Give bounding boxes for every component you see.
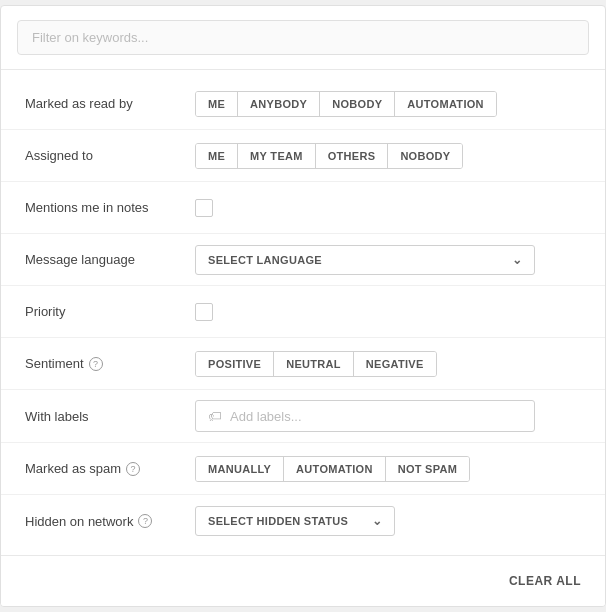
toggle-not-spam[interactable]: NOT SPAM	[386, 457, 470, 481]
sentiment-control: POSITIVE NEUTRAL NEGATIVE	[195, 351, 581, 377]
language-select[interactable]: SELECT LANGUAGE ⌄	[195, 245, 535, 275]
toggle-me[interactable]: ME	[196, 92, 238, 116]
with-labels-control: 🏷 Add labels...	[195, 400, 581, 432]
message-language-label: Message language	[25, 252, 195, 267]
hidden-help-icon[interactable]: ?	[138, 514, 152, 528]
tag-icon: 🏷	[208, 408, 222, 424]
assigned-to-row: Assigned to ME MY TEAM OTHERS NOBODY	[1, 130, 605, 182]
priority-label: Priority	[25, 304, 195, 319]
marked-as-read-toggle-group: ME ANYBODY NOBODY AUTOMATION	[195, 91, 497, 117]
mentions-me-checkbox[interactable]	[195, 199, 213, 217]
filter-rows: Marked as read by ME ANYBODY NOBODY AUTO…	[1, 70, 605, 555]
marked-as-spam-control: MANUALLY AUTOMATION NOT SPAM	[195, 456, 581, 482]
chevron-down-icon: ⌄	[372, 514, 382, 528]
chevron-down-icon: ⌄	[512, 253, 522, 267]
filter-header	[1, 6, 605, 70]
toggle-others[interactable]: OTHERS	[316, 144, 389, 168]
marked-as-read-row: Marked as read by ME ANYBODY NOBODY AUTO…	[1, 78, 605, 130]
toggle-positive[interactable]: POSITIVE	[196, 352, 274, 376]
message-language-row: Message language SELECT LANGUAGE ⌄	[1, 234, 605, 286]
panel-footer: CLEAR ALL	[1, 555, 605, 606]
sentiment-help-icon[interactable]: ?	[89, 357, 103, 371]
toggle-nobody-assign[interactable]: NOBODY	[388, 144, 462, 168]
hidden-status-select[interactable]: SELECT HIDDEN STATUS ⌄	[195, 506, 395, 536]
marked-as-read-control: ME ANYBODY NOBODY AUTOMATION	[195, 91, 581, 117]
toggle-my-team[interactable]: MY TEAM	[238, 144, 316, 168]
spam-help-icon[interactable]: ?	[126, 462, 140, 476]
mentions-me-label: Mentions me in notes	[25, 200, 195, 215]
marked-as-spam-row: Marked as spam ? MANUALLY AUTOMATION NOT…	[1, 443, 605, 495]
priority-row: Priority	[1, 286, 605, 338]
assigned-to-toggle-group: ME MY TEAM OTHERS NOBODY	[195, 143, 463, 169]
priority-checkbox[interactable]	[195, 303, 213, 321]
toggle-nobody[interactable]: NOBODY	[320, 92, 395, 116]
filter-panel: Marked as read by ME ANYBODY NOBODY AUTO…	[0, 5, 606, 607]
labels-input-area[interactable]: 🏷 Add labels...	[195, 400, 535, 432]
labels-placeholder: Add labels...	[230, 409, 302, 424]
marked-as-spam-label: Marked as spam ?	[25, 461, 195, 476]
with-labels-row: With labels 🏷 Add labels...	[1, 390, 605, 443]
toggle-manually[interactable]: MANUALLY	[196, 457, 284, 481]
sentiment-toggle-group: POSITIVE NEUTRAL NEGATIVE	[195, 351, 437, 377]
toggle-me-assign[interactable]: ME	[196, 144, 238, 168]
spam-toggle-group: MANUALLY AUTOMATION NOT SPAM	[195, 456, 470, 482]
sentiment-row: Sentiment ? POSITIVE NEUTRAL NEGATIVE	[1, 338, 605, 390]
keyword-filter-input[interactable]	[17, 20, 589, 55]
priority-control	[195, 303, 581, 321]
toggle-neutral[interactable]: NEUTRAL	[274, 352, 354, 376]
toggle-automation-spam[interactable]: AUTOMATION	[284, 457, 386, 481]
hidden-on-network-label: Hidden on network ?	[25, 514, 195, 529]
hidden-on-network-row: Hidden on network ? SELECT HIDDEN STATUS…	[1, 495, 605, 547]
message-language-control: SELECT LANGUAGE ⌄	[195, 245, 581, 275]
assigned-to-label: Assigned to	[25, 148, 195, 163]
toggle-anybody[interactable]: ANYBODY	[238, 92, 320, 116]
mentions-me-row: Mentions me in notes	[1, 182, 605, 234]
toggle-automation[interactable]: AUTOMATION	[395, 92, 496, 116]
clear-all-button[interactable]: CLEAR ALL	[509, 570, 581, 592]
mentions-me-control	[195, 199, 581, 217]
toggle-negative[interactable]: NEGATIVE	[354, 352, 436, 376]
assigned-to-control: ME MY TEAM OTHERS NOBODY	[195, 143, 581, 169]
with-labels-label: With labels	[25, 409, 195, 424]
hidden-on-network-control: SELECT HIDDEN STATUS ⌄	[195, 506, 581, 536]
marked-as-read-label: Marked as read by	[25, 96, 195, 111]
sentiment-label: Sentiment ?	[25, 356, 195, 371]
